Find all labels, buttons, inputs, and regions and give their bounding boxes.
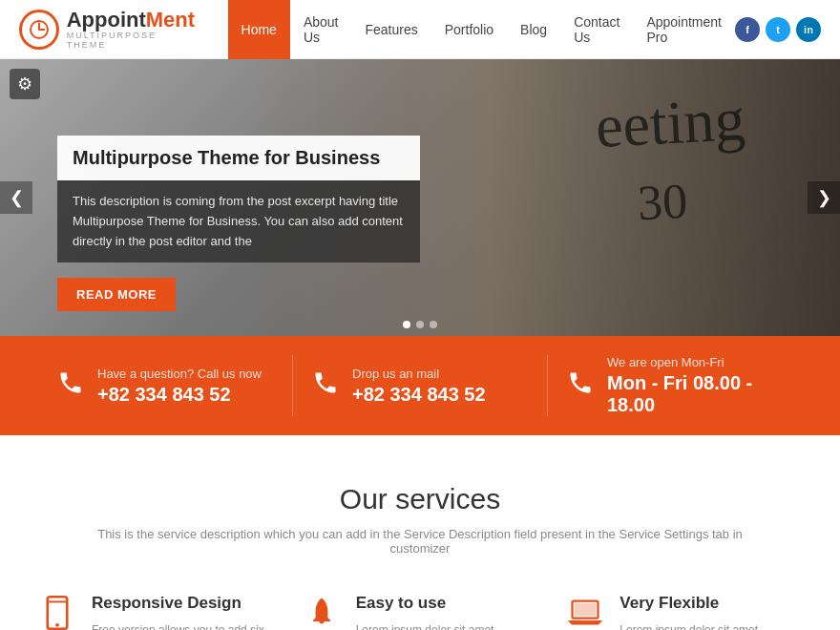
laptop-icon (566, 594, 604, 630)
info-call-label: Have a question? Call us now (97, 367, 262, 381)
social-icons: f t in (735, 17, 821, 42)
service-responsive-body: Responsive Design Free version allows yo… (92, 594, 274, 630)
phone-icon-2 (312, 369, 339, 403)
nav-pro[interactable]: Appointment Pro (633, 0, 735, 59)
svg-rect-4 (575, 603, 597, 617)
service-flexible-body: Very Flexible Lorem ipsum dolor sit amet… (620, 594, 802, 630)
service-easy-name: Easy to use (356, 594, 538, 613)
info-call: Have a question? Call us now +82 334 843… (38, 355, 293, 416)
read-more-button[interactable]: READ MORE (57, 278, 176, 311)
info-mail: Drop us an mail +82 334 843 52 (293, 355, 548, 416)
nav-portfolio[interactable]: Portfolio (431, 0, 507, 59)
info-hours: We are open Mon-Fri Mon - Fri 08.00 - 18… (548, 355, 802, 416)
logo[interactable]: AppointMent MULTIPURPOSE THEME (19, 10, 200, 50)
services-section: Our services This is the service descrip… (0, 435, 840, 630)
service-responsive-text: Free version allows you to add six servi… (92, 620, 274, 630)
service-easy-body: Easy to use Lorem ipsum dolor sit amet, … (356, 594, 538, 630)
info-hours-value: Mon - Fri 08.00 - 18.00 (607, 372, 783, 416)
service-responsive-name: Responsive Design (92, 594, 274, 613)
info-hours-label: We are open Mon-Fri (607, 355, 783, 369)
slider-dots (403, 321, 437, 328)
main-nav: Home About Us Features Portfolio Blog Co… (228, 0, 735, 59)
services-grid: Responsive Design Free version allows yo… (38, 594, 802, 630)
slider-dot-1[interactable] (403, 321, 410, 328)
service-flexible: Very Flexible Lorem ipsum dolor sit amet… (566, 594, 802, 630)
info-mail-value: +82 334 843 52 (352, 384, 486, 406)
logo-text: AppointMent MULTIPURPOSE THEME (67, 10, 200, 50)
info-mail-text: Drop us an mail +82 334 843 52 (352, 367, 486, 406)
nav-home[interactable]: Home (228, 0, 290, 59)
hero-description: This description is coming from the post… (57, 180, 420, 262)
services-title: Our services (38, 483, 802, 515)
info-call-value: +82 334 843 52 (97, 384, 262, 406)
bell-icon (303, 594, 341, 630)
hero-content: Multipurpose Theme for Business This des… (57, 136, 420, 311)
slider-dot-3[interactable] (430, 321, 437, 328)
phone-icon-1 (57, 369, 84, 403)
mobile-icon (38, 594, 76, 630)
nav-about[interactable]: About Us (290, 0, 352, 59)
phone-icon-3 (567, 369, 594, 403)
logo-title: AppointMent (67, 10, 200, 31)
twitter-icon[interactable]: t (766, 17, 790, 42)
service-flexible-name: Very Flexible (620, 594, 802, 613)
slider-prev-button[interactable]: ❮ (0, 181, 32, 214)
logo-subtitle: MULTIPURPOSE THEME (67, 31, 200, 50)
info-bar: Have a question? Call us now +82 334 843… (0, 336, 840, 435)
logo-icon (19, 10, 59, 50)
logo-clock (30, 20, 49, 39)
services-description: This is the service description which yo… (86, 527, 754, 556)
service-easy-text: Lorem ipsum dolor sit amet, consectetur … (356, 620, 538, 630)
slider-next-button[interactable]: ❯ (808, 181, 840, 214)
nav-blog[interactable]: Blog (507, 0, 560, 59)
header: AppointMent MULTIPURPOSE THEME Home Abou… (0, 0, 840, 59)
nav-contact[interactable]: Contact Us (560, 0, 633, 59)
service-flexible-text: Lorem ipsum dolor sit amet, consectetur … (620, 620, 802, 630)
nav-features[interactable]: Features (352, 0, 431, 59)
hero-slider: eeting 30 ⚙ Multipurpose Theme for Busin… (0, 59, 840, 336)
svg-point-1 (55, 623, 59, 627)
service-easy: Easy to use Lorem ipsum dolor sit amet, … (303, 594, 538, 630)
gear-icon[interactable]: ⚙ (10, 69, 40, 99)
facebook-icon[interactable]: f (735, 17, 760, 42)
info-mail-label: Drop us an mail (352, 367, 486, 381)
info-call-text: Have a question? Call us now +82 334 843… (97, 367, 262, 406)
hero-title: Multipurpose Theme for Business (57, 136, 420, 180)
slider-dot-2[interactable] (416, 321, 424, 328)
service-responsive: Responsive Design Free version allows yo… (38, 594, 274, 630)
info-hours-text: We are open Mon-Fri Mon - Fri 08.00 - 18… (607, 355, 783, 416)
linkedin-icon[interactable]: in (796, 17, 821, 42)
